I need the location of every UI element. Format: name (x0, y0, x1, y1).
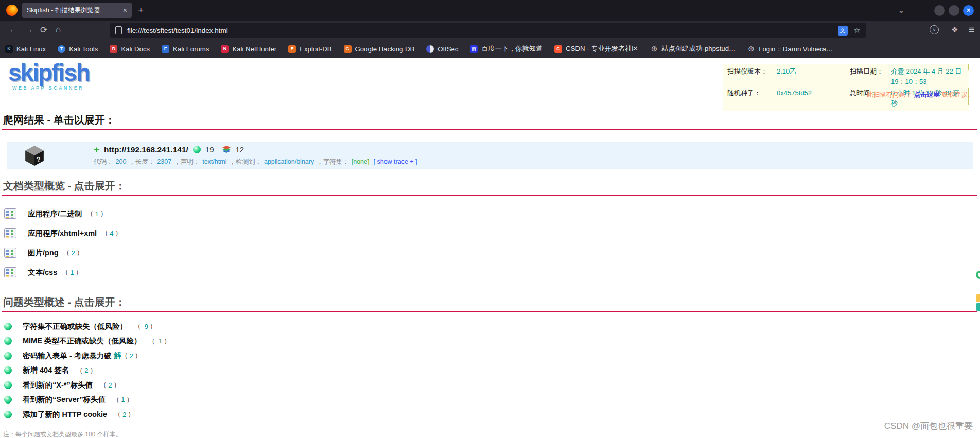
url-bar[interactable]: file:///test/sftest/test01/index.html 文 … (110, 23, 866, 38)
translate-icon[interactable]: 文 (838, 26, 848, 36)
help-link[interactable]: 点击这里 (914, 91, 940, 98)
navigation-bar: ← → ⟳ ⌂ file:///test/sftest/test01/index… (0, 21, 980, 40)
crawl-url[interactable]: http://192.168.241.141/ (104, 145, 188, 154)
bookmark-label: OffSec (437, 45, 458, 53)
issue-count: 2 (83, 366, 90, 374)
kali-tools-icon: T (58, 45, 65, 53)
count-close-paren: ） (126, 395, 133, 405)
minimize-button[interactable] (934, 5, 945, 16)
children-count: 19 (205, 145, 214, 154)
show-trace-link[interactable]: [ show trace + ] (373, 158, 417, 165)
count-open-paren: （ (62, 268, 68, 277)
bookmark-label: Google Hacking DB (355, 45, 415, 53)
bookmark-kali-nethunter[interactable]: NKali NetHunter (221, 45, 276, 53)
doc-type-label: 应用程序/xhtml+xml (28, 229, 97, 238)
help-prefix: 此扫描有问题？ (867, 91, 912, 98)
doc-type-row[interactable]: 应用程序/二进制 （1） (4, 204, 121, 223)
hamburger-menu-icon[interactable]: ≡ (969, 24, 974, 36)
samples-note: 注：每个问题或文档类型最多 100 个样本。 (3, 430, 122, 438)
bookmark-kali-tools[interactable]: TKali Tools (58, 45, 98, 53)
count-close-paren: ） (113, 380, 120, 390)
extensions-icon[interactable]: ❖ (951, 25, 958, 34)
edge-widget-yellow[interactable] (976, 294, 980, 302)
bookmark-label: Login :: Damn Vulnera… (759, 45, 833, 53)
url-text[interactable]: file:///test/sftest/test01/index.html (127, 27, 838, 34)
scan-date-label: 扫描日期： (850, 66, 891, 87)
doc-type-row[interactable]: 文本/css （1） (4, 262, 121, 282)
edge-widget-circle[interactable] (976, 271, 980, 279)
bookmark-kali-docs[interactable]: DKali Docs (110, 45, 150, 53)
globe-icon: ⊕ (747, 45, 755, 53)
issue-row[interactable]: 密码输入表单 - 考虑暴力破解 （2） (4, 348, 170, 363)
issue-label: 密码输入表单 - 考虑暴力破 (23, 351, 111, 361)
bookmark-baidu[interactable]: 百百度一下，你就知道 (470, 44, 542, 54)
detected-value: application/binary (264, 158, 314, 165)
issue-orb-icon (4, 323, 12, 330)
reload-icon[interactable]: ⟳ (40, 25, 47, 36)
length-label: ，长度： (129, 158, 154, 165)
doc-type-heading: 文档类型概览 - 点击展开： (3, 179, 126, 193)
edge-widget-teal[interactable] (976, 303, 980, 311)
doc-type-count: 1 (94, 210, 100, 218)
declared-label: ，声明： (174, 158, 200, 165)
bookmark-google-hacking-db[interactable]: GGoogle Hacking DB (344, 45, 415, 53)
count-close-paren: ） (100, 209, 107, 218)
exploit-db-icon: E (288, 45, 296, 53)
bookmark-label: 百度一下，你就知道 (481, 44, 542, 54)
doc-type-label: 应用程序/二进制 (28, 209, 82, 219)
home-icon[interactable]: ⌂ (56, 25, 61, 35)
browser-window: Skipfish - 扫描结果浏览器 × + ⌄ × ← → ⟳ ⌂ file:… (0, 0, 980, 438)
bookmark-phpstudy[interactable]: ⊕站点创建成功-phpstud… (651, 44, 736, 54)
pocket-icon[interactable]: ∨ (930, 25, 939, 34)
bookmark-dvwa-login[interactable]: ⊕Login :: Damn Vulnera… (747, 45, 833, 53)
code-value: 200 (116, 158, 127, 165)
back-icon[interactable]: ← (9, 25, 18, 35)
forward-icon[interactable]: → (25, 25, 33, 35)
random-seed-value: 0x4575fd52 (777, 88, 850, 109)
tab-close-icon[interactable]: × (123, 6, 127, 14)
bookmark-exploit-db[interactable]: EExploit-DB (288, 45, 331, 53)
tab-list-chevron-icon[interactable]: ⌄ (898, 6, 904, 15)
help-suffix: 获取建议。 (942, 91, 974, 98)
issue-row[interactable]: 新增 404 签名 （2） (4, 363, 170, 378)
skipfish-logo-title: skipfish (8, 61, 90, 84)
issue-type-list: 字符集不正确或缺失（低风险） （ 9） MIME 类型不正确或缺失（低风险） （… (4, 319, 170, 422)
count-close-paren: ） (77, 248, 83, 257)
doc-type-label: 图片/png (28, 248, 59, 258)
maximize-button[interactable] (949, 5, 959, 16)
issue-row[interactable]: MIME 类型不正确或缺失（低风险） （ 1） (4, 334, 170, 349)
doc-type-icon (4, 267, 16, 277)
section-rule (2, 195, 977, 196)
doc-type-count: 2 (70, 249, 77, 257)
doc-type-row[interactable]: 图片/png （2） (4, 243, 121, 262)
count-close-paren: ） (164, 337, 170, 346)
count-close-paren: ） (135, 351, 142, 360)
bookmark-kali-linux[interactable]: KKali Linux (5, 45, 46, 53)
issue-row[interactable]: 字符集不正确或缺失（低风险） （ 9） (4, 319, 170, 334)
issue-count: 1 (119, 396, 126, 404)
new-tab-button[interactable]: + (138, 5, 144, 16)
doc-type-row[interactable]: 应用程序/xhtml+xml （4） (4, 223, 121, 243)
close-button[interactable]: × (963, 5, 974, 16)
bookmark-csdn[interactable]: CCSDN - 专业开发者社区 (554, 44, 638, 54)
detected-label: ，检测到： (229, 158, 261, 165)
bookmark-kali-forums[interactable]: FKali Forums (162, 45, 209, 53)
issue-row[interactable]: 添加了新的 HTTP cookie （2） (4, 407, 170, 422)
expand-plus-icon[interactable]: + (94, 145, 99, 154)
count-open-paren: （ (134, 322, 143, 331)
issue-label: 看到新的“X-*”标头值 (23, 380, 93, 390)
bookmark-label: CSDN - 专业开发者社区 (566, 44, 638, 54)
bookmark-offsec[interactable]: OffSec (426, 45, 458, 53)
count-close-paren: ） (90, 366, 96, 375)
issue-row[interactable]: 看到新的“Server”标头值 （1） (4, 393, 170, 408)
browser-tab[interactable]: Skipfish - 扫描结果浏览器 × (22, 3, 132, 18)
doc-type-icon (4, 248, 16, 258)
ghdb-icon: G (344, 45, 352, 53)
bookmark-star-icon[interactable]: ☆ (854, 26, 861, 35)
issue-label: 字符集不正确或缺失（低风险） (23, 322, 127, 331)
issue-row[interactable]: 看到新的“X-*”标头值 （2） (4, 378, 170, 393)
code-label: 代码： (94, 158, 113, 165)
crawl-result-row[interactable]: ? + http://192.168.241.141/ 19 12 代码：200… (7, 142, 973, 169)
count-open-paren: （ (63, 248, 70, 257)
issue-orb-icon (4, 381, 12, 389)
